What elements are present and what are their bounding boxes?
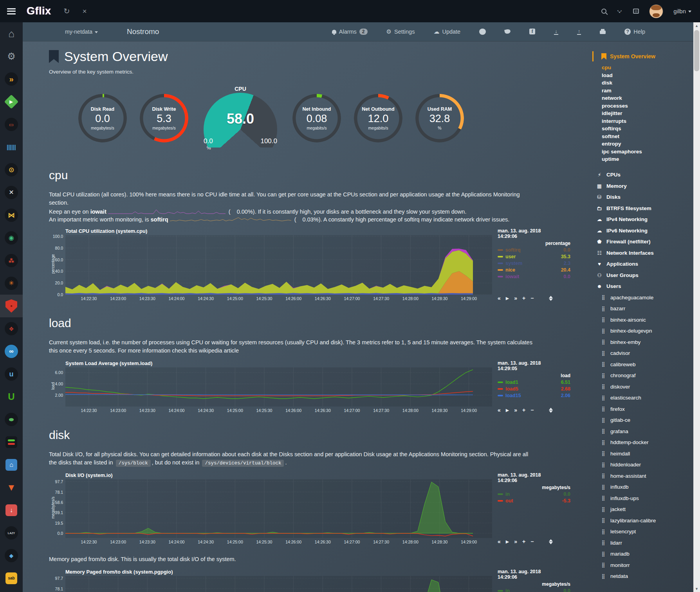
import-button[interactable]: ↓ <box>545 29 568 35</box>
gauge-net-inbound[interactable]: Net Inbound0.08megabits/s <box>292 94 341 142</box>
legend-row-in[interactable]: in0.0 <box>498 588 570 592</box>
menu-app-netdata[interactable]: ⣿netdata <box>596 571 693 582</box>
zoom-in-button[interactable]: + <box>522 295 525 301</box>
app-swirl-icon[interactable]: ◉ <box>0 227 23 249</box>
pan-forward-button[interactable]: » <box>514 539 517 544</box>
menu-app-chronograf[interactable]: ⣿chronograf <box>596 370 693 381</box>
menu-section-ipv4-networking[interactable]: ☁IPv4 Networking <box>596 214 693 225</box>
app-bank-icon[interactable]: ⌂ <box>0 453 23 476</box>
menu-app-hiddenloader[interactable]: ⣿hiddenloader <box>596 459 693 471</box>
menu-item-softirqs[interactable]: softirqs <box>602 125 693 133</box>
zoom-in-button[interactable]: + <box>522 407 525 413</box>
play-button[interactable]: ▶ <box>506 408 509 412</box>
user-menu[interactable]: gilbn <box>673 8 691 15</box>
app-flame-icon[interactable]: ✳ <box>0 272 23 295</box>
gauge-disk-write[interactable]: Disk Write5.3megabytes/s <box>140 94 188 142</box>
legend-row-in[interactable]: in0.0 <box>498 491 570 497</box>
menu-section-user-groups[interactable]: ⚇User Groups <box>596 270 693 281</box>
menu-section-network-interfaces[interactable]: ☷Network Interfaces <box>596 247 693 259</box>
menu-section-firewall-netfilter-[interactable]: ⬟Firewall (netfilter) <box>596 236 693 248</box>
menu-section-disks[interactable]: ⛁Disks <box>596 192 693 203</box>
app-pills-icon[interactable] <box>0 431 23 453</box>
pan-back-button[interactable]: « <box>498 407 501 413</box>
app-magnifier-icon[interactable]: ⊙ <box>0 158 23 181</box>
menu-system-overview[interactable]: System Overview <box>592 51 693 61</box>
menu-section-applications[interactable]: ♥Applications <box>596 259 693 270</box>
chart-plot-area[interactable] <box>65 367 492 407</box>
pan-back-button[interactable]: « <box>498 539 501 544</box>
menu-app-gitlab-ce[interactable]: ⣿gitlab-ce <box>596 415 693 426</box>
scrollbar-down-arrow[interactable]: ▼ <box>693 585 700 592</box>
app-shield-icon[interactable]: ● <box>0 295 23 317</box>
menu-app-elasticsearch[interactable]: ⣿elasticsearch <box>596 392 693 404</box>
menu-app-monitorr[interactable]: ⣿monitorr <box>596 560 693 571</box>
pan-back-button[interactable]: « <box>498 295 501 301</box>
legend-row-nice[interactable]: nice20.4 <box>498 267 570 273</box>
settings-gear-icon[interactable]: ⚙ <box>0 45 23 68</box>
menu-app-mariadb[interactable]: ⣿mariadb <box>596 549 693 560</box>
menu-app-cadvisor[interactable]: ⣿cadvisor <box>596 348 693 359</box>
menu-section-memory[interactable]: ▦Memory <box>596 180 693 192</box>
play-button[interactable]: ▶ <box>506 540 509 544</box>
app-chevrons-icon[interactable]: » <box>0 68 23 90</box>
gauge-net-outbound[interactable]: Net Outbound12.0megabits/s <box>354 94 402 142</box>
zoom-out-button[interactable]: − <box>530 295 534 301</box>
legend-row-softirq[interactable]: softirq0.0 <box>498 247 570 253</box>
menu-item-idlejitter[interactable]: idlejitter <box>602 110 693 117</box>
app-droplet-icon[interactable]: ◆ <box>0 544 23 567</box>
help-button[interactable]: ?Help <box>615 29 655 35</box>
resize-handle[interactable] <box>549 539 553 544</box>
app-play-diamond-icon[interactable]: ▶ <box>0 90 23 113</box>
hamburger-menu-icon[interactable] <box>7 8 16 14</box>
zoom-in-button[interactable]: + <box>522 539 525 544</box>
menu-item-network[interactable]: network <box>602 94 693 102</box>
menu-app-hddtemp-docker[interactable]: ⣿hddtemp-docker <box>596 437 693 448</box>
home-icon[interactable]: ⌂ <box>0 22 23 45</box>
app-nodes-icon[interactable]: ⁂ <box>0 249 23 272</box>
menu-item-ipc-semaphores[interactable]: ipc semaphores <box>602 148 693 156</box>
legend-row-load15[interactable]: load152.06 <box>498 393 570 398</box>
app-sab-icon[interactable]: sab <box>0 567 23 590</box>
menu-app-firefox[interactable]: ⣿firefox <box>596 403 693 415</box>
settings-button[interactable]: ⚙Settings <box>377 29 424 35</box>
menu-app-influxdb[interactable]: ⣿influxdb <box>596 482 693 493</box>
chart-plot-area[interactable] <box>65 235 492 295</box>
play-button[interactable]: ▶ <box>506 296 509 300</box>
fullscreen-icon[interactable] <box>617 8 623 14</box>
avatar[interactable] <box>649 4 663 18</box>
menu-app-binhex-airsonic[interactable]: ⣿binhex-airsonic <box>596 314 693 326</box>
app-cubes-icon[interactable]: ❖ <box>0 317 23 340</box>
app-download-icon[interactable]: ↓ <box>0 499 23 522</box>
menu-app-grafana[interactable]: ⣿grafana <box>596 426 693 437</box>
alarms-button[interactable]: Alarms2 <box>323 29 377 35</box>
menu-app-bazarr[interactable]: ⣿bazarr <box>596 303 693 315</box>
menu-app-influxdb-ups[interactable]: ⣿influxdb-ups <box>596 493 693 504</box>
app-blue-u-icon[interactable]: u <box>0 363 23 385</box>
zoom-out-button[interactable]: − <box>530 539 534 544</box>
news-icon[interactable] <box>633 9 639 14</box>
legend-row-load1[interactable]: load16.51 <box>498 380 570 385</box>
menu-section-cpus[interactable]: ⚡CPUs <box>596 169 693 181</box>
app-bowtie-icon[interactable]: ⋈ <box>0 204 23 227</box>
gauge-disk-read[interactable]: Disk Read0.0megabytes/s <box>78 94 127 142</box>
menu-app-binhex-emby[interactable]: ⣿binhex-emby <box>596 336 693 348</box>
app-turtle-icon[interactable]: ⬬ <box>0 408 23 431</box>
facebook-button[interactable]: f <box>520 29 545 34</box>
resize-handle[interactable] <box>549 408 553 413</box>
app-lazy-icon[interactable]: LAZY <box>0 522 23 544</box>
hostname[interactable]: Nostromo <box>127 27 159 36</box>
app-tv-icon[interactable]: ▭ <box>0 113 23 136</box>
menu-item-ram[interactable]: ram <box>602 87 693 95</box>
menu-app-diskover[interactable]: ⣿diskover <box>596 381 693 392</box>
menu-item-uptime[interactable]: uptime <box>602 155 693 163</box>
legend-row-out[interactable]: out-5.3 <box>498 498 570 504</box>
menu-app-apacheguacamole[interactable]: ⣿apacheguacamole <box>596 292 693 303</box>
menu-section-ipv6-networking[interactable]: ☁IPv6 Networking <box>596 225 693 236</box>
menu-item-disk[interactable]: disk <box>602 79 693 87</box>
menu-item-interrupts[interactable]: interrupts <box>602 117 693 125</box>
pan-forward-button[interactable]: » <box>514 295 517 301</box>
app-gitlab-fox-icon[interactable]: ▼ <box>0 476 23 499</box>
scrollbar-up-arrow[interactable]: ▲ <box>693 22 700 29</box>
menu-section-users[interactable]: ☻Users <box>596 281 693 292</box>
menu-app-home-assistant[interactable]: ⣿home-assistant <box>596 470 693 482</box>
